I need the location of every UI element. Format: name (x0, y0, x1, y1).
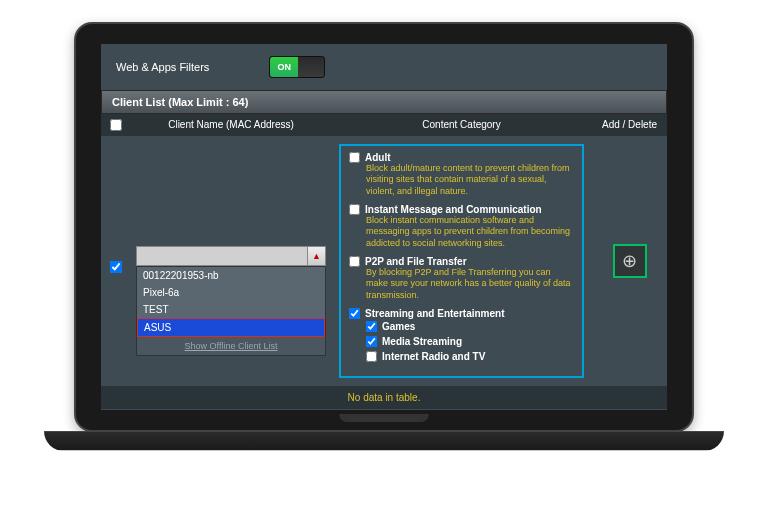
add-button[interactable]: ⊕ (613, 244, 647, 278)
router-admin-page: Web & Apps Filters ON Client List (Max L… (101, 44, 667, 410)
category-item-stream: Streaming and Entertainment Games Media … (349, 308, 574, 364)
subcategory-radio: Internet Radio and TV (366, 349, 574, 364)
sub-label: Media Streaming (382, 336, 462, 347)
sub-checkbox-radio[interactable] (366, 351, 377, 362)
category-item-im: Instant Message and Communication Block … (349, 204, 574, 250)
category-checkbox-p2p[interactable] (349, 256, 360, 267)
laptop-notch (339, 414, 429, 422)
toggle-on-label: ON (270, 57, 298, 77)
show-offline-link[interactable]: Show Offline Client List (137, 337, 325, 355)
row-checkbox[interactable] (110, 261, 122, 273)
header-action: Add / Delete (592, 114, 667, 136)
action-cell: ⊕ (592, 136, 667, 386)
client-dropdown: 00122201953-nb Pixel-6a TEST ASUS Show O… (136, 266, 326, 356)
filter-toggle[interactable]: ON (269, 56, 325, 78)
laptop-frame: Web & Apps Filters ON Client List (Max L… (44, 22, 724, 492)
category-title: Instant Message and Communication (365, 204, 542, 215)
no-data-message: No data in table. (101, 386, 667, 409)
header-client: Client Name (MAC Address) (131, 114, 331, 136)
sub-checkbox-games[interactable] (366, 321, 377, 332)
laptop-screen: Web & Apps Filters ON Client List (Max L… (74, 22, 694, 432)
subcategory-games: Games (366, 319, 574, 334)
category-title: Adult (365, 152, 391, 163)
select-all-checkbox[interactable] (110, 119, 122, 131)
category-checkbox-im[interactable] (349, 204, 360, 215)
client-cell: ▲ 00122201953-nb Pixel-6a TEST ASUS Show… (131, 136, 331, 386)
plus-icon: ⊕ (622, 250, 637, 272)
category-desc: By blocking P2P and File Transferring yo… (366, 267, 574, 302)
filter-label: Web & Apps Filters (116, 61, 209, 73)
category-box: Adult Block adult/mature content to prev… (339, 144, 584, 378)
sub-label: Internet Radio and TV (382, 351, 485, 362)
category-title: P2P and File Transfer (365, 256, 467, 267)
client-select[interactable]: ▲ (136, 246, 326, 266)
row-check-cell (101, 136, 131, 386)
sub-checkbox-media[interactable] (366, 336, 377, 347)
client-list-header: Client List (Max Limit : 64) (101, 90, 667, 114)
category-item-p2p: P2P and File Transfer By blocking P2P an… (349, 256, 574, 302)
category-title: Streaming and Entertainment (365, 308, 504, 319)
filter-toggle-row: Web & Apps Filters ON (101, 44, 667, 90)
dropdown-item[interactable]: Pixel-6a (137, 284, 325, 301)
sub-label: Games (382, 321, 415, 332)
dropdown-item-selected[interactable]: ASUS (137, 318, 325, 337)
dropdown-arrow-icon[interactable]: ▲ (307, 247, 325, 265)
table-body: ▲ 00122201953-nb Pixel-6a TEST ASUS Show… (101, 136, 667, 386)
header-category: Content Category (331, 114, 592, 136)
category-checkbox-adult[interactable] (349, 152, 360, 163)
subcategory-media: Media Streaming (366, 334, 574, 349)
category-checkbox-stream[interactable] (349, 308, 360, 319)
table-header-row: Client Name (MAC Address) Content Catego… (101, 114, 667, 136)
laptop-base (44, 431, 724, 451)
dropdown-item[interactable]: 00122201953-nb (137, 267, 325, 284)
header-checkbox-cell (101, 114, 131, 136)
category-item-adult: Adult Block adult/mature content to prev… (349, 152, 574, 198)
category-desc: Block adult/mature content to prevent ch… (366, 163, 574, 198)
category-desc: Block instant communication software and… (366, 215, 574, 250)
category-cell: Adult Block adult/mature content to prev… (331, 136, 592, 386)
dropdown-item[interactable]: TEST (137, 301, 325, 318)
